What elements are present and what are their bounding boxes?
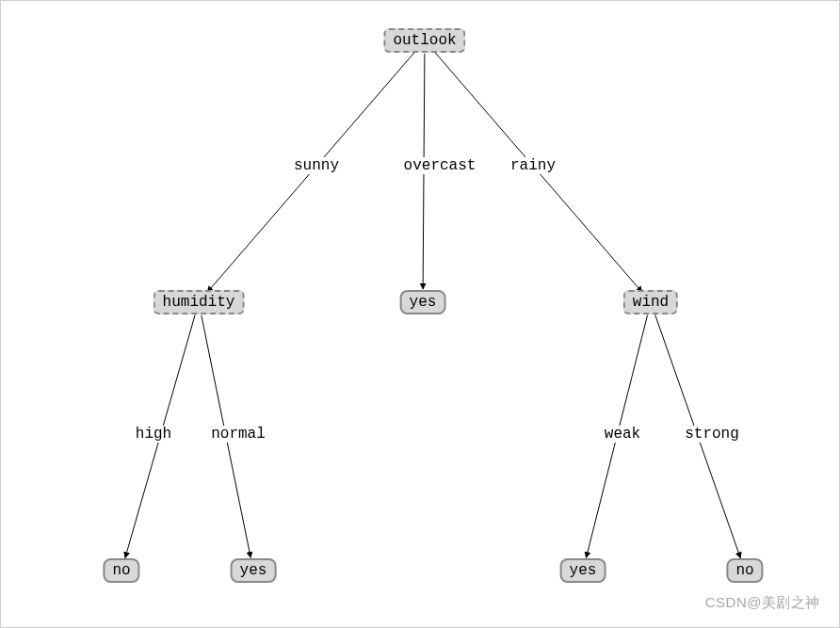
node-label: no [735,562,753,579]
node-outlook: outlook [383,28,465,53]
leaf-no-strong: no [726,558,763,583]
node-label: yes [570,562,597,579]
node-label: outlook [393,32,456,49]
leaf-yes-overcast: yes [400,290,446,314]
edge-label-weak: weak [603,426,642,443]
node-label: yes [240,562,267,579]
node-label: no [112,562,130,579]
watermark: CSDN@美剧之神 [705,594,820,612]
edge-label-high: high [134,426,173,443]
node-humidity: humidity [153,290,245,314]
leaf-yes-weak: yes [560,558,606,583]
edge-label-sunny: sunny [292,157,341,174]
decision-tree-canvas: outlook humidity wind yes no yes yes no … [0,0,840,628]
edges-layer [1,1,840,628]
edge-label-overcast: overcast [402,157,478,174]
leaf-no-high: no [103,558,139,583]
node-label: wind [633,294,669,311]
edge-label-rainy: rainy [509,157,557,174]
node-label: humidity [163,294,235,311]
leaf-yes-normal: yes [231,558,277,583]
edge-label-strong: strong [683,426,741,443]
edge-label-normal: normal [209,426,267,443]
node-wind: wind [623,290,678,314]
node-label: yes [410,294,437,311]
